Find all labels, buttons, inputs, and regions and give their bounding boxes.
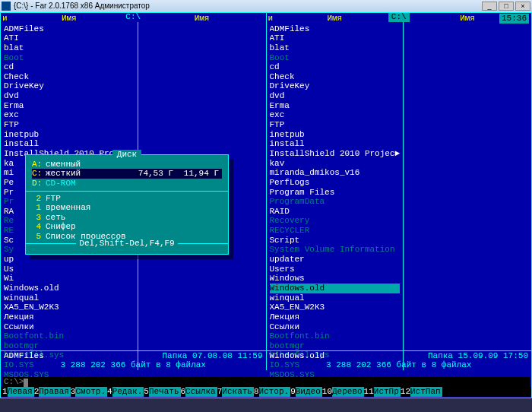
prompt: C:\> [4,377,24,386]
right-file-list[interactable]: ADMFilesATIblatBootcdCheckDriveKeydvdErm… [267,24,404,398]
list-item[interactable]: winqual [4,293,135,303]
close-button[interactable]: × [515,2,530,11]
fkey-item[interactable]: 1Левая [2,387,34,397]
left-selected-file: ADMFiles [4,351,162,361]
fkey-item[interactable]: 10Дерево [322,387,364,397]
list-item[interactable]: kav [270,159,401,169]
minimize-button[interactable]: _ [482,2,497,11]
fkey-item[interactable]: 3Смотр. [71,387,107,397]
list-item[interactable]: Erma [270,101,401,111]
list-item[interactable]: ADMFiles [4,24,135,34]
right-panel[interactable]: C:\ и Имя ADMFilesATIblatBootcdCheckDriv… [267,13,532,370]
cursor-icon [24,379,28,387]
fkey-item[interactable]: 6Ссылка [181,387,217,397]
plugin-list[interactable]: 2FTP1временная3сеть4Снифер5Список процес… [32,194,222,242]
list-item[interactable]: up [4,255,135,265]
list-item[interactable]: Recovery [270,216,401,226]
left-panel-path[interactable]: C:\ [122,12,144,22]
list-item[interactable]: Program Files [270,188,401,198]
list-item[interactable]: XA5_EN_W2K3 [4,303,135,312]
drive-row[interactable]: A:сменный [32,160,222,170]
list-item[interactable]: inetpub [4,130,135,140]
list-item[interactable]: Check [270,72,401,82]
fkey-item[interactable]: 7Искать [217,387,254,397]
list-item[interactable]: install [270,139,401,149]
list-item[interactable]: System Volume Information [270,245,401,255]
list-item[interactable]: blat [270,43,401,53]
plugin-row[interactable]: 4Снифер [32,222,222,232]
list-item[interactable]: Users [270,265,401,274]
column-header[interactable]: Имя [267,13,404,24]
list-item[interactable]: inetpub [270,130,401,140]
fkey-item[interactable]: 2Правая [34,387,71,397]
drive-list[interactable]: A:сменныйC:жесткий74,53 Г11,94 ГD:CD-ROM [32,160,222,189]
column-header[interactable]: Имя [138,13,266,24]
list-item[interactable]: ATI [4,33,135,43]
list-item[interactable]: RAID [270,207,401,217]
plugin-row[interactable]: 3сеть [32,213,222,223]
list-item[interactable]: Ссылки [270,322,401,332]
list-item[interactable]: Wi [4,274,135,284]
list-item[interactable]: DriveKey [270,81,401,91]
left-panel-status: ADMFiles Папка 07.08.08 11:59 [1,350,266,361]
list-item[interactable]: XA5_EN_W2K3 [270,303,401,312]
list-item[interactable]: Script [270,236,401,246]
window-title: {С:\} - Far 2.0.1768 x86 Администратор [14,2,150,11]
terminal: 15:36 C:\ и Имя ADMFilesATIblatBootcdChe… [0,12,532,398]
right-panel-status: Windows.old Папка 15.09.09 17:50 [267,350,532,361]
list-item[interactable]: Bootfont.bin [4,331,135,341]
command-line[interactable]: C:\> [2,377,530,387]
app-icon [2,2,11,11]
list-item[interactable]: Us [4,265,135,274]
list-item[interactable]: ATI [270,33,401,43]
list-item[interactable]: Лекция [4,312,135,322]
fkey-item[interactable]: 4Редак. [107,387,144,397]
list-item[interactable]: ADMFiles [270,24,401,34]
list-item[interactable]: miranda_dmikos_v16 [270,168,401,178]
dialog-title: Диск [32,150,222,160]
list-item[interactable]: install [4,139,135,149]
right-panel-path[interactable]: C:\ [388,12,410,22]
fkey-item[interactable]: 12ИстПап [401,387,442,397]
fkey-item[interactable]: 8Истор. [254,387,290,397]
drive-row[interactable]: C:жесткий74,53 Г11,94 Г [32,169,222,179]
list-item[interactable]: updater [270,255,401,265]
list-item[interactable]: Windows [270,274,401,284]
list-item[interactable]: Windows.old [270,284,401,293]
list-item[interactable]: Windows.old [4,284,135,293]
list-item[interactable]: FTP [4,120,135,130]
list-item[interactable]: dvd [270,91,401,101]
right-file-date: Папка 15.09.09 17:50 [428,351,528,361]
list-item[interactable]: Boot [270,53,401,63]
column-header[interactable]: Имя [1,13,138,24]
list-item[interactable]: FTP [270,120,401,130]
fkey-item[interactable]: 9Видео [290,387,322,397]
list-item[interactable]: cd [270,62,401,72]
drive-row[interactable]: D:CD-ROM [32,179,222,189]
plugin-row[interactable]: 1временная [32,203,222,213]
list-item[interactable]: Bootfont.bin [270,331,401,341]
fkey-item[interactable]: 11ИстПр [364,387,401,397]
list-item[interactable]: dvd [4,91,135,101]
list-item[interactable]: Check [4,72,135,82]
fkey-item[interactable]: 5Печать [144,387,180,397]
list-item[interactable]: winqual [270,293,401,303]
list-item[interactable]: Erma [4,101,135,111]
list-item[interactable]: InstallShield 2010 Projec► [270,149,401,159]
list-item[interactable]: RECYCLER [270,226,401,236]
plugin-row[interactable]: 2FTP [32,194,222,204]
list-item[interactable]: exc [4,110,135,120]
function-key-bar[interactable]: 1Левая 2Правая3Смотр.4Редак.5Печать6Ссыл… [1,387,531,397]
list-item[interactable]: blat [4,43,135,53]
maximize-button[interactable]: □ [499,2,514,11]
list-item[interactable]: PerfLogs [270,178,401,188]
list-item[interactable]: bootmgr [4,341,135,351]
list-item[interactable]: bootmgr [270,341,401,351]
list-item[interactable]: DriveKey [4,81,135,91]
list-item[interactable]: Boot [4,53,135,63]
list-item[interactable]: Ссылки [4,322,135,332]
list-item[interactable]: ProgramData [270,197,401,207]
list-item[interactable]: exc [270,110,401,120]
list-item[interactable]: Лекция [270,312,401,322]
list-item[interactable]: cd [4,62,135,72]
